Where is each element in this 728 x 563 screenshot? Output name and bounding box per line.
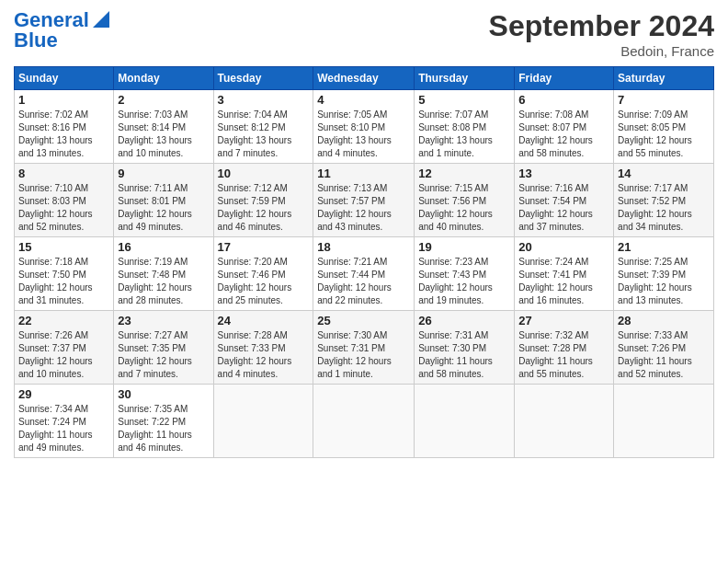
- day-info: Sunrise: 7:28 AM Sunset: 7:33 PM Dayligh…: [218, 329, 310, 381]
- day-number: 6: [518, 93, 609, 107]
- day-number: 12: [418, 167, 510, 180]
- day-info: Sunrise: 7:11 AM Sunset: 8:01 PM Dayligh…: [118, 182, 209, 234]
- day-number: 3: [218, 93, 310, 107]
- day-cell: 24Sunrise: 7:28 AM Sunset: 7:33 PM Dayli…: [213, 311, 313, 385]
- svg-marker-0: [93, 11, 109, 28]
- day-cell: [415, 385, 515, 458]
- day-cell: 19Sunrise: 7:23 AM Sunset: 7:43 PM Dayli…: [415, 237, 515, 311]
- calendar-table: SundayMondayTuesdayWednesdayThursdayFrid…: [14, 66, 714, 458]
- day-cell: 28Sunrise: 7:33 AM Sunset: 7:26 PM Dayli…: [614, 311, 714, 385]
- day-number: 29: [18, 387, 109, 401]
- day-cell: 8Sunrise: 7:10 AM Sunset: 8:03 PM Daylig…: [15, 164, 114, 237]
- day-info: Sunrise: 7:35 AM Sunset: 7:22 PM Dayligh…: [118, 403, 209, 454]
- day-number: 24: [218, 314, 310, 327]
- day-info: Sunrise: 7:25 AM Sunset: 7:39 PM Dayligh…: [618, 256, 710, 307]
- day-cell: [614, 385, 714, 458]
- week-row-3: 15Sunrise: 7:18 AM Sunset: 7:50 PM Dayli…: [15, 237, 714, 311]
- logo-text2: Blue: [14, 29, 58, 52]
- day-cell: [213, 385, 313, 458]
- day-info: Sunrise: 7:23 AM Sunset: 7:43 PM Dayligh…: [418, 256, 510, 307]
- day-info: Sunrise: 7:03 AM Sunset: 8:14 PM Dayligh…: [118, 109, 209, 160]
- day-cell: 6Sunrise: 7:08 AM Sunset: 8:07 PM Daylig…: [515, 90, 614, 164]
- day-info: Sunrise: 7:10 AM Sunset: 8:03 PM Dayligh…: [18, 182, 109, 234]
- title-block: September 2024 Bedoin, France: [489, 9, 714, 59]
- month-title: September 2024: [489, 9, 714, 43]
- day-number: 5: [418, 93, 510, 107]
- day-number: 10: [218, 167, 310, 180]
- day-info: Sunrise: 7:17 AM Sunset: 7:52 PM Dayligh…: [618, 182, 710, 234]
- day-info: Sunrise: 7:09 AM Sunset: 8:05 PM Dayligh…: [618, 109, 710, 160]
- day-number: 25: [317, 314, 410, 327]
- day-info: Sunrise: 7:19 AM Sunset: 7:48 PM Dayligh…: [118, 256, 209, 307]
- day-number: 27: [518, 314, 609, 327]
- day-cell: 27Sunrise: 7:32 AM Sunset: 7:28 PM Dayli…: [515, 311, 614, 385]
- location: Bedoin, France: [489, 43, 714, 59]
- day-number: 14: [618, 167, 710, 180]
- day-info: Sunrise: 7:18 AM Sunset: 7:50 PM Dayligh…: [18, 256, 109, 307]
- weekday-header-sunday: Sunday: [15, 67, 114, 90]
- day-cell: 14Sunrise: 7:17 AM Sunset: 7:52 PM Dayli…: [614, 164, 714, 237]
- day-number: 17: [218, 240, 310, 254]
- day-number: 7: [618, 93, 710, 107]
- weekday-header-saturday: Saturday: [614, 67, 714, 90]
- day-number: 13: [518, 167, 609, 180]
- day-number: 22: [18, 314, 109, 327]
- day-cell: 16Sunrise: 7:19 AM Sunset: 7:48 PM Dayli…: [114, 237, 213, 311]
- day-cell: 15Sunrise: 7:18 AM Sunset: 7:50 PM Dayli…: [15, 237, 114, 311]
- day-cell: 25Sunrise: 7:30 AM Sunset: 7:31 PM Dayli…: [313, 311, 415, 385]
- day-cell: 21Sunrise: 7:25 AM Sunset: 7:39 PM Dayli…: [614, 237, 714, 311]
- day-cell: [313, 385, 415, 458]
- day-cell: 22Sunrise: 7:26 AM Sunset: 7:37 PM Dayli…: [15, 311, 114, 385]
- day-cell: 5Sunrise: 7:07 AM Sunset: 8:08 PM Daylig…: [415, 90, 515, 164]
- day-cell: 2Sunrise: 7:03 AM Sunset: 8:14 PM Daylig…: [114, 90, 213, 164]
- day-info: Sunrise: 7:30 AM Sunset: 7:31 PM Dayligh…: [317, 329, 410, 381]
- page: General Blue September 2024 Bedoin, Fran…: [0, 0, 728, 563]
- day-cell: 3Sunrise: 7:04 AM Sunset: 8:12 PM Daylig…: [213, 90, 313, 164]
- day-number: 15: [18, 240, 109, 254]
- day-cell: 11Sunrise: 7:13 AM Sunset: 7:57 PM Dayli…: [313, 164, 415, 237]
- weekday-header-tuesday: Tuesday: [213, 67, 313, 90]
- day-cell: 18Sunrise: 7:21 AM Sunset: 7:44 PM Dayli…: [313, 237, 415, 311]
- header: General Blue September 2024 Bedoin, Fran…: [14, 9, 714, 59]
- day-info: Sunrise: 7:26 AM Sunset: 7:37 PM Dayligh…: [18, 329, 109, 381]
- day-info: Sunrise: 7:27 AM Sunset: 7:35 PM Dayligh…: [118, 329, 209, 381]
- day-number: 30: [118, 387, 209, 401]
- week-row-1: 1Sunrise: 7:02 AM Sunset: 8:16 PM Daylig…: [15, 90, 714, 164]
- day-number: 1: [18, 93, 109, 107]
- day-cell: 9Sunrise: 7:11 AM Sunset: 8:01 PM Daylig…: [114, 164, 213, 237]
- day-number: 19: [418, 240, 510, 254]
- day-cell: 26Sunrise: 7:31 AM Sunset: 7:30 PM Dayli…: [415, 311, 515, 385]
- day-info: Sunrise: 7:15 AM Sunset: 7:56 PM Dayligh…: [418, 182, 510, 234]
- day-number: 21: [618, 240, 710, 254]
- day-info: Sunrise: 7:07 AM Sunset: 8:08 PM Dayligh…: [418, 109, 510, 160]
- day-info: Sunrise: 7:20 AM Sunset: 7:46 PM Dayligh…: [218, 256, 310, 307]
- day-number: 8: [18, 167, 109, 180]
- logo-arrow-icon: [91, 9, 111, 29]
- logo: General Blue: [14, 9, 111, 52]
- day-cell: 7Sunrise: 7:09 AM Sunset: 8:05 PM Daylig…: [614, 90, 714, 164]
- week-row-4: 22Sunrise: 7:26 AM Sunset: 7:37 PM Dayli…: [15, 311, 714, 385]
- day-cell: 4Sunrise: 7:05 AM Sunset: 8:10 PM Daylig…: [313, 90, 415, 164]
- day-cell: 17Sunrise: 7:20 AM Sunset: 7:46 PM Dayli…: [213, 237, 313, 311]
- day-cell: 10Sunrise: 7:12 AM Sunset: 7:59 PM Dayli…: [213, 164, 313, 237]
- day-cell: 13Sunrise: 7:16 AM Sunset: 7:54 PM Dayli…: [515, 164, 614, 237]
- day-info: Sunrise: 7:12 AM Sunset: 7:59 PM Dayligh…: [218, 182, 310, 234]
- day-cell: 23Sunrise: 7:27 AM Sunset: 7:35 PM Dayli…: [114, 311, 213, 385]
- day-number: 4: [317, 93, 410, 107]
- day-info: Sunrise: 7:16 AM Sunset: 7:54 PM Dayligh…: [518, 182, 609, 234]
- day-info: Sunrise: 7:31 AM Sunset: 7:30 PM Dayligh…: [418, 329, 510, 381]
- day-info: Sunrise: 7:13 AM Sunset: 7:57 PM Dayligh…: [317, 182, 410, 234]
- day-cell: 30Sunrise: 7:35 AM Sunset: 7:22 PM Dayli…: [114, 385, 213, 458]
- day-info: Sunrise: 7:34 AM Sunset: 7:24 PM Dayligh…: [18, 403, 109, 454]
- day-number: 23: [118, 314, 209, 327]
- day-number: 9: [118, 167, 209, 180]
- day-info: Sunrise: 7:05 AM Sunset: 8:10 PM Dayligh…: [317, 109, 410, 160]
- day-info: Sunrise: 7:08 AM Sunset: 8:07 PM Dayligh…: [518, 109, 609, 160]
- day-number: 11: [317, 167, 410, 180]
- day-number: 2: [118, 93, 209, 107]
- day-cell: 12Sunrise: 7:15 AM Sunset: 7:56 PM Dayli…: [415, 164, 515, 237]
- day-number: 26: [418, 314, 510, 327]
- day-cell: 1Sunrise: 7:02 AM Sunset: 8:16 PM Daylig…: [15, 90, 114, 164]
- day-info: Sunrise: 7:33 AM Sunset: 7:26 PM Dayligh…: [618, 329, 710, 381]
- weekday-header-monday: Monday: [114, 67, 213, 90]
